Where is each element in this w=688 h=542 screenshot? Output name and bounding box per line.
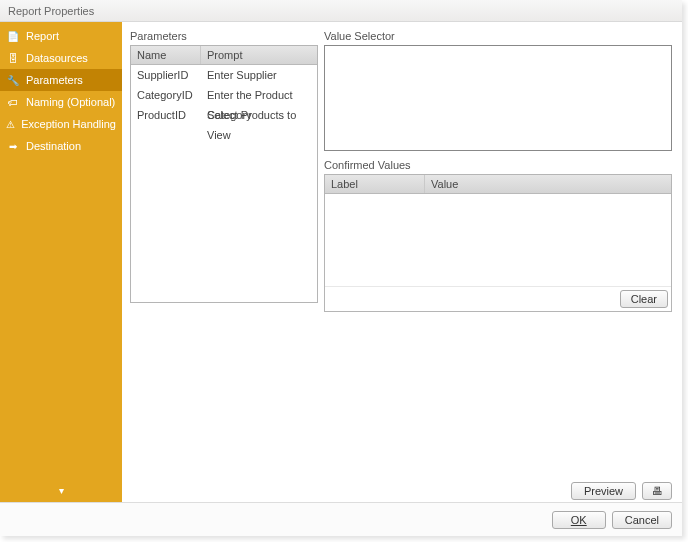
param-name: CategoryID bbox=[131, 85, 201, 105]
sidebar-collapse-toggle[interactable]: ▾ bbox=[0, 485, 122, 496]
datasource-icon: 🗄 bbox=[6, 51, 20, 65]
param-name: ProductID bbox=[131, 105, 201, 125]
sidebar-item-destination[interactable]: ➡ Destination bbox=[0, 135, 122, 157]
report-icon: 📄 bbox=[6, 29, 20, 43]
confirmed-header-label: Label bbox=[325, 175, 425, 193]
value-selector-label: Value Selector bbox=[324, 30, 672, 42]
sidebar-item-parameters[interactable]: 🔧 Parameters bbox=[0, 69, 122, 91]
sidebar: 📄 Report 🗄 Datasources 🔧 Parameters 🏷 Na… bbox=[0, 22, 122, 502]
sidebar-item-label: Parameters bbox=[26, 74, 83, 86]
ok-button[interactable]: OK bbox=[552, 511, 606, 529]
preview-button[interactable]: Preview bbox=[571, 482, 636, 500]
chevron-down-icon: ▾ bbox=[59, 485, 64, 496]
confirmed-values-table: Label Value Clear bbox=[324, 174, 672, 312]
parameters-row[interactable]: ProductID Select Products to View bbox=[131, 105, 317, 125]
sidebar-item-label: Destination bbox=[26, 140, 81, 152]
ok-label: OK bbox=[571, 514, 587, 526]
parameters-row[interactable]: SupplierID Enter Supplier bbox=[131, 65, 317, 85]
printer-icon: 🖶 bbox=[652, 485, 663, 497]
dialog-footer: OK Cancel bbox=[0, 502, 682, 536]
sidebar-item-label: Exception Handling bbox=[21, 118, 116, 130]
parameters-section-label: Parameters bbox=[130, 30, 318, 42]
sidebar-item-label: Report bbox=[26, 30, 59, 42]
param-name: SupplierID bbox=[131, 65, 201, 85]
window-title: Report Properties bbox=[8, 5, 94, 17]
window-titlebar: Report Properties bbox=[0, 0, 682, 22]
confirmed-values-body bbox=[325, 194, 671, 286]
clear-button[interactable]: Clear bbox=[620, 290, 668, 308]
confirmed-header-value: Value bbox=[425, 175, 671, 193]
parameters-header-name: Name bbox=[131, 46, 201, 64]
parameters-row[interactable]: CategoryID Enter the Product Category bbox=[131, 85, 317, 105]
sidebar-item-label: Datasources bbox=[26, 52, 88, 64]
naming-icon: 🏷 bbox=[6, 95, 20, 109]
value-selector-area[interactable] bbox=[324, 45, 672, 151]
confirmed-header-row: Label Value bbox=[325, 175, 671, 194]
confirmed-values-label: Confirmed Values bbox=[324, 159, 672, 171]
sidebar-item-report[interactable]: 📄 Report bbox=[0, 25, 122, 47]
sidebar-item-datasources[interactable]: 🗄 Datasources bbox=[0, 47, 122, 69]
param-prompt: Enter the Product Category bbox=[201, 85, 317, 105]
sidebar-item-exception[interactable]: ⚠ Exception Handling bbox=[0, 113, 122, 135]
exception-icon: ⚠ bbox=[6, 117, 15, 131]
parameters-header-prompt: Prompt bbox=[201, 46, 317, 64]
parameters-icon: 🔧 bbox=[6, 73, 20, 87]
sidebar-item-label: Naming (Optional) bbox=[26, 96, 115, 108]
sidebar-item-naming[interactable]: 🏷 Naming (Optional) bbox=[0, 91, 122, 113]
parameters-table: Name Prompt SupplierID Enter Supplier Ca… bbox=[130, 45, 318, 303]
print-button[interactable]: 🖶 bbox=[642, 482, 672, 500]
content-area: Parameters Name Prompt SupplierID Enter … bbox=[122, 22, 682, 502]
param-prompt: Enter Supplier bbox=[201, 65, 317, 85]
param-prompt: Select Products to View bbox=[201, 105, 317, 125]
parameters-header-row: Name Prompt bbox=[131, 46, 317, 65]
destination-icon: ➡ bbox=[6, 139, 20, 153]
cancel-button[interactable]: Cancel bbox=[612, 511, 672, 529]
